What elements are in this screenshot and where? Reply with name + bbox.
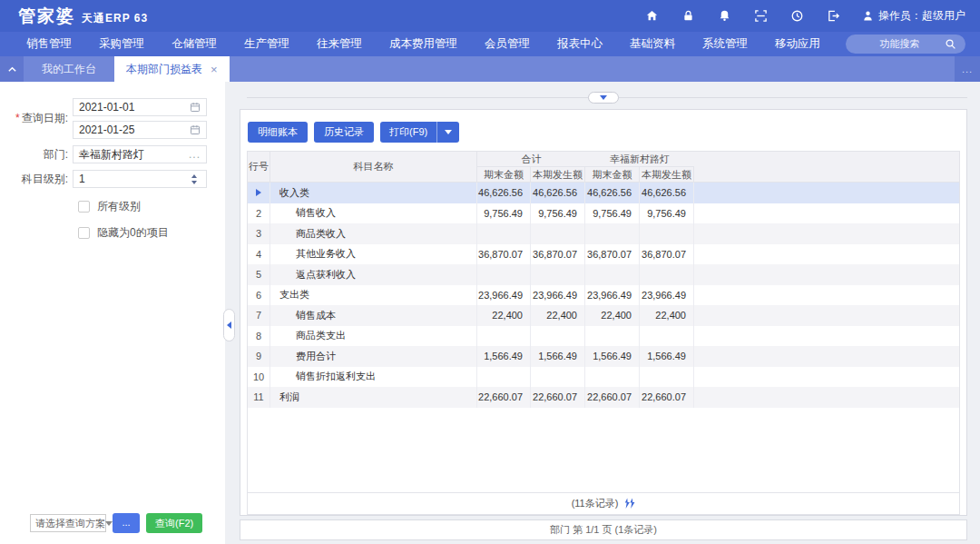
dept-end-amount-cell: 23,966.49 [585, 285, 640, 306]
pagination-bar: 部门 第 1/1 页 (1条记录) [240, 519, 967, 540]
detail-ledger-button[interactable]: 明细账本 [248, 122, 308, 143]
search-placeholder: 功能搜索 [855, 37, 945, 51]
row-number-cell: 6 [248, 285, 270, 306]
level-stepper[interactable] [188, 174, 201, 184]
header-row-no: 行号 [248, 152, 270, 183]
table-row[interactable]: 11 利润 22,660.07 22,660.07 22,660.07 22,6… [248, 387, 959, 408]
table-row[interactable]: 5 返点获利收入 [248, 264, 959, 285]
dept-end-amount-cell: 22,660.07 [585, 387, 640, 408]
calendar-icon[interactable] [190, 124, 201, 135]
subject-cell: 销售收入 [270, 203, 477, 224]
nav-item[interactable]: 仓储管理 [158, 36, 230, 52]
subject-level-input[interactable]: 1 [73, 170, 207, 188]
refresh-icon[interactable] [623, 498, 635, 509]
nav-item[interactable]: 生产管理 [230, 36, 303, 52]
bell-icon[interactable] [717, 9, 731, 24]
scheme-more-button[interactable]: ... [113, 513, 140, 533]
dept-period-amount-cell: 22,660.07 [640, 387, 694, 408]
dept-end-amount-cell: 9,756.49 [585, 203, 640, 224]
table-row[interactable]: 7 销售成本 22,400 22,400 22,400 22,400 [248, 305, 959, 326]
total-period-amount-cell: 23,966.49 [531, 285, 585, 306]
group-department-label: 幸福新村路灯 [585, 152, 694, 167]
collapse-tabs-button[interactable] [0, 56, 24, 82]
print-button[interactable]: 打印(F9) [380, 122, 459, 143]
search-icon[interactable] [945, 38, 956, 50]
table-row[interactable]: 收入类 46,626.56 46,626.56 46,626.56 46,626… [248, 183, 959, 203]
tab-overflow-button[interactable]: ... [955, 56, 980, 82]
filler-cell [694, 223, 959, 244]
date-from-input[interactable]: 2021-01-01 [73, 98, 207, 116]
panel-collapse-handle[interactable] [223, 309, 235, 341]
row-number-cell: 8 [248, 326, 270, 347]
nav-item[interactable]: 报表中心 [544, 36, 616, 52]
total-period-amount-cell [531, 367, 585, 388]
table-row[interactable]: 4 其他业务收入 36,870.07 36,870.07 36,870.07 3… [248, 244, 959, 265]
topbar: 管家婆 天通ERP 63 操作员：超级用户 [0, 0, 980, 32]
table-row[interactable]: 8 商品类支出 [248, 326, 959, 347]
table-row[interactable]: 3 商品类收入 [248, 223, 959, 244]
department-input[interactable]: 幸福新村路灯 ... [73, 145, 207, 163]
tab-label: 本期部门损益表 [126, 62, 202, 77]
close-icon[interactable]: × [211, 64, 218, 75]
main-menu: 销售管理采购管理仓储管理生产管理往来管理成本费用管理会员管理报表中心基础资料系统… [0, 32, 980, 56]
user-icon [862, 10, 874, 22]
query-scheme-select[interactable]: 请选择查询方案 [30, 514, 106, 532]
dept-end-amount-cell: 1,566.49 [585, 346, 640, 367]
nav-item[interactable]: 采购管理 [85, 36, 158, 52]
records-count: (11条记录) [572, 497, 619, 510]
calendar-icon[interactable] [190, 102, 201, 113]
nav-item[interactable]: 成本费用管理 [376, 36, 471, 52]
hide-zero-checkbox[interactable] [78, 227, 90, 239]
header-dept-period-amount: 本期发生额 [640, 167, 694, 183]
function-search-input[interactable]: 功能搜索 [846, 35, 965, 54]
current-row-marker-icon [256, 189, 261, 196]
pagination-label: 部门 第 1/1 页 (1条记录) [550, 523, 657, 537]
table-row[interactable]: 9 费用合计 1,566.49 1,566.49 1,566.49 1,566.… [248, 346, 959, 367]
dept-period-amount-cell: 46,626.56 [640, 183, 694, 203]
department-picker-button[interactable]: ... [189, 153, 201, 157]
nav-item[interactable]: 系统管理 [689, 36, 761, 52]
total-period-amount-cell: 22,400 [531, 305, 585, 326]
logout-icon[interactable] [826, 9, 840, 24]
current-user[interactable]: 操作员：超级用户 [862, 8, 965, 24]
dept-period-amount-cell [640, 367, 694, 388]
nav-item[interactable]: 会员管理 [471, 36, 544, 52]
records-bar: (11条记录) [248, 492, 959, 514]
history-button[interactable]: 历史记录 [314, 122, 374, 143]
clock-icon[interactable] [789, 9, 804, 24]
subject-cell: 返点获利收入 [270, 264, 477, 285]
lock-icon[interactable] [681, 9, 695, 24]
filler-cell [694, 305, 959, 326]
stepper-up-icon[interactable] [191, 174, 197, 178]
filler-cell [694, 264, 959, 285]
app-logo: 管家婆 天通ERP 63 [18, 5, 148, 28]
table-row[interactable]: 6 支出类 23,966.49 23,966.49 23,966.49 23,9… [248, 285, 959, 306]
chevron-down-icon [105, 521, 113, 526]
total-period-amount-cell [531, 326, 585, 347]
nav-item[interactable]: 移动应用 [761, 36, 834, 52]
print-dropdown-button[interactable] [437, 130, 459, 134]
total-period-amount-cell: 9,756.49 [531, 203, 585, 224]
all-levels-checkbox[interactable] [78, 201, 90, 213]
stepper-down-icon[interactable] [191, 181, 197, 184]
tab-my-workspace[interactable]: 我的工作台 [24, 56, 114, 82]
nav-item[interactable]: 往来管理 [303, 36, 376, 52]
query-button[interactable]: 查询(F2) [146, 513, 202, 533]
nav-item[interactable]: 销售管理 [13, 36, 85, 52]
header-filler [694, 152, 959, 183]
group-total-label: 合计 [477, 152, 585, 167]
logo-product: 天通ERP 63 [82, 11, 148, 26]
tab-department-profit-report[interactable]: 本期部门损益表 × [114, 56, 230, 82]
dept-period-amount-cell [640, 326, 694, 347]
scan-icon[interactable] [753, 9, 768, 24]
table-row[interactable]: 10 销售折扣返利支出 [248, 367, 959, 388]
date-to-input[interactable]: 2021-01-25 [73, 121, 207, 139]
nav-item[interactable]: 基础资料 [616, 36, 689, 52]
table-row[interactable]: 2 销售收入 9,756.49 9,756.49 9,756.49 9,756.… [248, 203, 959, 224]
home-icon[interactable] [644, 9, 659, 24]
total-period-amount-cell [531, 223, 585, 244]
row-number-cell: 4 [248, 244, 270, 265]
toolbar-collapse-button[interactable] [588, 92, 619, 104]
chevron-down-icon [600, 95, 607, 100]
subject-cell: 商品类收入 [270, 223, 477, 244]
